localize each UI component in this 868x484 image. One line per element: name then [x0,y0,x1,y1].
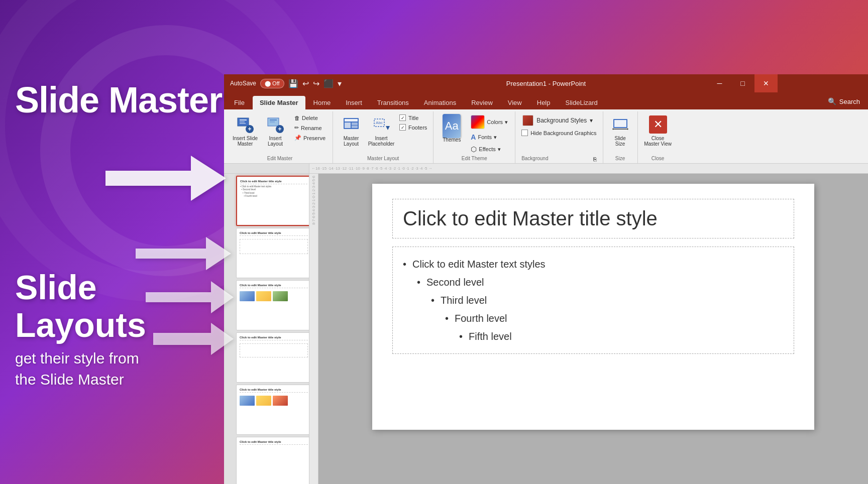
minimize-button[interactable]: ─ [708,74,731,92]
close-group: ✕ CloseMaster View Close [638,111,678,163]
save-icon[interactable]: 💾 [288,79,298,88]
canvas-wrapper: ←16 ·15 ·14 ·13 ·12 ·11 ·10 ·9 ·8 ·7 ·6 … [309,164,868,484]
tab-slide-master[interactable]: Slide Master [253,96,305,109]
tab-insert[interactable]: Insert [339,96,369,109]
footers-checkbox[interactable]: ✓ Footers [397,123,429,132]
rename-label: Rename [301,125,322,131]
master-layout-button[interactable]: MasterLayout [337,113,365,149]
title-bar: AutoSave ⬤ Off 💾 ↩ ↪ ⬛ ▾ Presentation1 -… [224,74,868,92]
fonts-label: Fonts [478,134,492,140]
colors-button[interactable]: Colors ▾ [468,113,511,131]
slide-thumb-1-wrap[interactable]: 1 Click to edit Master title style • Cli… [226,176,307,226]
undo-icon[interactable]: ↩ [302,79,309,88]
insert-layout-label: InsertLayout [268,136,283,147]
svg-rect-6 [240,119,247,120]
effects-button[interactable]: ⬡ Effects ▾ [468,144,511,155]
close-button[interactable]: ✕ [754,74,778,92]
maximize-button[interactable]: □ [731,74,754,92]
background-col: Background Styles ▾ Hide Background Grap… [519,113,598,137]
tab-view[interactable]: View [501,96,529,109]
customize-icon[interactable]: ▾ [338,79,342,88]
rename-button[interactable]: ✏ Rename [291,123,329,133]
close-master-icon-box: ✕ [649,115,667,134]
tab-review[interactable]: Review [464,96,500,109]
slide-thumb-5[interactable]: Click to edit Master title style [236,385,309,435]
bullet-4: • [459,327,463,345]
title-bar-left: AutoSave ⬤ Off 💾 ↩ ↪ ⬛ ▾ [230,79,388,88]
ruler-left: 8·7·6·5·4·3·2·1·0·1·2·3·4·5·6 [309,174,318,484]
tab-slidelizard[interactable]: SlideLizard [559,96,605,109]
background-expand-icon[interactable]: ⎘ [591,156,599,162]
themes-button[interactable]: Aa Themes [438,113,466,146]
slide-layouts-overlay: Slide Layouts get their style fromthe Sl… [15,269,226,390]
insert-layout-button[interactable]: + InsertLayout [261,113,289,149]
close-master-view-button[interactable]: ✕ CloseMaster View [642,113,674,149]
slide-5-images [240,396,308,406]
slide-thumb-4-wrap[interactable]: 4 Click to edit Master title style [226,332,307,383]
title-check-icon: ✓ [399,114,406,121]
preserve-button[interactable]: 📌 Preserve [291,133,329,143]
preserve-label: Preserve [303,135,325,141]
title-bar-right: ─ □ ✕ [704,74,862,92]
colors-icon [471,115,485,129]
theme-options-col: Colors ▾ A Fonts ▾ ⬡ Effects ▾ [468,113,511,155]
edit-theme-content: Aa Themes Colors ▾ A Fonts ▾ [438,111,511,155]
svg-marker-29 [627,128,628,130]
svg-rect-8 [240,123,246,124]
slide-size-button[interactable]: SlideSize [607,113,633,149]
insert-layout-icon: + [266,115,284,134]
background-styles-dropdown: ▾ [590,117,593,124]
slide-show-icon[interactable]: ⬛ [323,79,334,88]
tab-help[interactable]: Help [530,96,558,109]
search-icon: 🔍 [828,97,836,105]
background-styles-label: Background Styles [536,117,587,124]
slide-thumb-4[interactable]: Click to edit Master title style [236,332,309,383]
rename-icon: ✏ [294,125,299,131]
svg-text:+: + [248,126,251,133]
delete-label: Delete [302,115,318,121]
slide-thumb-2[interactable]: Click to edit Master title style [236,228,309,278]
redo-icon[interactable]: ↪ [313,79,319,88]
slide-5-img-3 [273,396,288,406]
slide-title-placeholder[interactable]: Click to edit Master title style [392,199,794,238]
slide-thumb-1[interactable]: Click to edit Master title style • Click… [236,176,309,226]
slide-1-body: • Click to edit Master text styles • Sec… [240,185,307,198]
slide-layouts-sub: get their style fromthe Slide Master [15,348,226,390]
canvas-row: 8·7·6·5·4·3·2·1·0·1·2·3·4·5·6 Click to e… [309,174,868,484]
slide-thumb-6-wrap[interactable]: 6 Click to edit Master title style [226,437,307,484]
slide-thumb-5-wrap[interactable]: 5 Click to edit Master title style [226,385,307,435]
delete-icon: 🗑 [294,115,300,121]
insert-placeholder-icon: Abc [372,115,390,134]
tab-home[interactable]: Home [306,96,338,109]
slide-thumb-6[interactable]: Click to edit Master title style [236,437,309,484]
insert-placeholder-button[interactable]: Abc InsertPlaceholder [367,113,395,149]
slide-thumb-2-wrap[interactable]: 2 Click to edit Master title style [226,228,307,278]
title-checkbox[interactable]: ✓ Title [397,113,429,122]
bullet-1: • [417,273,420,291]
title-checkbox-label: Title [408,115,418,121]
size-group: SlideSize Size [603,111,638,163]
autosave-toggle[interactable]: ⬤ Off [260,79,284,88]
fonts-button[interactable]: A Fonts ▾ [468,132,511,143]
tab-animations[interactable]: Animations [417,96,463,109]
master-layout-content: MasterLayout Abc InsertPlaceholder ✓ [337,111,429,155]
ruler-corner [224,164,309,174]
layout-checkboxes: ✓ Title ✓ Footers [397,113,429,132]
main-area: 1 Click to edit Master title style • Cli… [224,164,868,484]
hide-bg-graphics-checkbox[interactable]: Hide Background Graphics [519,129,598,137]
background-styles-button[interactable]: Background Styles ▾ [519,113,598,128]
body-text-2: Third level [441,291,487,309]
slide-thumb-3[interactable]: Click to edit Master title style [236,280,309,330]
delete-button[interactable]: 🗑 Delete [291,113,329,123]
themes-label: Themes [443,137,461,143]
edit-theme-group: Aa Themes Colors ▾ A Fonts ▾ [433,111,515,163]
slide-4-title: Click to edit Master title style [240,336,308,340]
slide-6-spacer [240,446,308,456]
slide-thumb-3-wrap[interactable]: 3 Click to edit Master title style [226,280,307,330]
tab-transitions[interactable]: Transitions [370,96,416,109]
powerpoint-window: AutoSave ⬤ Off 💾 ↩ ↪ ⬛ ▾ Presentation1 -… [224,74,868,484]
ribbon-search-area[interactable]: 🔍 Search [823,95,865,107]
effects-label: Effects [479,146,495,152]
canvas-area[interactable]: Click to edit Master title style • Click… [318,174,868,484]
preserve-icon: 📌 [294,135,301,141]
